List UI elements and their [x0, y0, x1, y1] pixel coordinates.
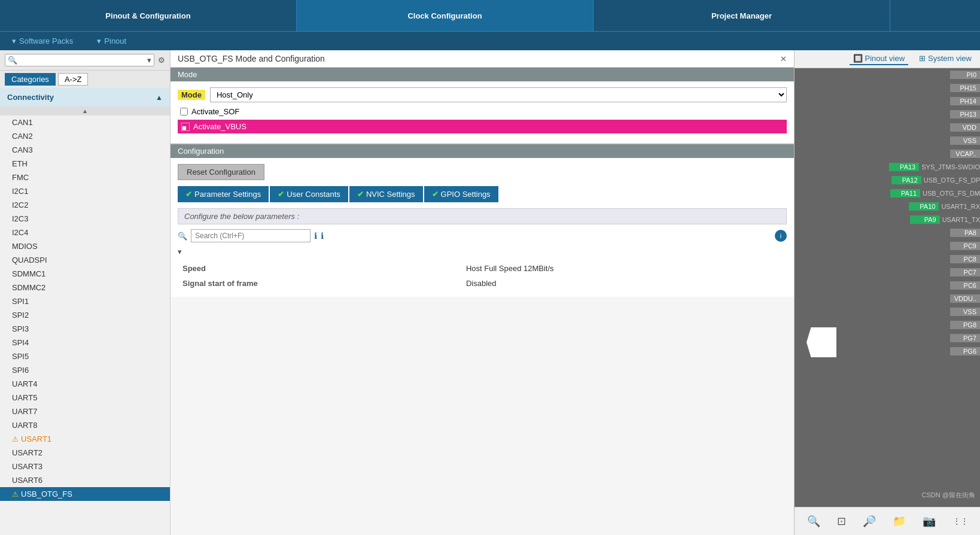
pin-label-pc7: PC7: [950, 268, 980, 276]
config-section-header: Configuration: [171, 144, 794, 158]
pin-label-pa12: PA12: [891, 176, 921, 184]
sidebar-item-usart1[interactable]: ⚠ USART1: [0, 432, 170, 446]
info-button[interactable]: i: [775, 230, 787, 242]
pin-label-pa13: PA13: [889, 163, 919, 171]
zoom-out-button[interactable]: 🔎: [860, 512, 878, 530]
pin-label-pg7: PG7: [950, 334, 980, 342]
activate-sof-checkbox[interactable]: [180, 108, 188, 115]
sidebar-item-i2c1[interactable]: I2C1: [0, 184, 170, 198]
param-search-input[interactable]: [191, 229, 311, 242]
chevron-down-icon: ▾: [97, 37, 101, 45]
sidebar-item-spi6[interactable]: SPI6: [0, 363, 170, 377]
tab-tools[interactable]: [890, 0, 980, 31]
camera-button[interactable]: 📷: [920, 512, 938, 530]
sidebar-item-sdmmc2[interactable]: SDMMC2: [0, 281, 170, 294]
tab-user-constants[interactable]: ✔ User Constants: [270, 186, 348, 202]
category-connectivity[interactable]: Connectivity ▲: [0, 88, 170, 107]
sidebar-item-fmc[interactable]: FMC: [0, 171, 170, 184]
info-icon-2[interactable]: ℹ: [321, 231, 324, 241]
pin-ph15: PH15: [908, 81, 980, 95]
subnav-pinout[interactable]: ▾ Pinout: [85, 32, 138, 50]
pin-ph13: PH13: [908, 108, 980, 121]
fit-button[interactable]: ⊡: [835, 512, 848, 530]
mode-row: Mode Host_Only: [178, 87, 787, 102]
pin-ph14: PH14: [908, 95, 980, 108]
chevron-down-icon: ▾: [12, 37, 16, 45]
param-search-row: 🔍 ℹ ℹ i: [178, 229, 787, 242]
sidebar-item-quadspi[interactable]: QUADSPI: [0, 253, 170, 267]
pin-label-pi0: PI0: [950, 71, 980, 79]
pin-vdd: VDD: [908, 121, 980, 134]
grid-button[interactable]: ⋮⋮: [950, 514, 970, 528]
tab-nvic-settings[interactable]: ✔ NVIC Settings: [349, 186, 423, 202]
sidebar-item-spi5[interactable]: SPI5: [0, 349, 170, 363]
sidebar-item-eth[interactable]: ETH: [0, 157, 170, 171]
export-button[interactable]: 📁: [890, 512, 908, 530]
panel-title: USB_OTG_FS Mode and Configuration: [178, 54, 325, 63]
system-view-button[interactable]: ⊞ System view: [915, 53, 975, 65]
close-icon[interactable]: ✕: [780, 54, 787, 63]
sidebar-item-spi3[interactable]: SPI3: [0, 322, 170, 336]
tab-categories[interactable]: Categories: [5, 73, 56, 86]
pin-vddu: VDDU..: [908, 292, 980, 305]
pin-label-ph13: PH13: [950, 110, 980, 118]
pin-label-ph14: PH14: [950, 97, 980, 105]
sidebar-item-usb-otg-fs[interactable]: ⚠ USB_OTG_FS: [0, 487, 170, 501]
sidebar-item-sdmmc1[interactable]: SDMMC1: [0, 267, 170, 281]
pin-signal-pa13: SYS_JTMS-SWDIO: [921, 163, 980, 171]
mode-select[interactable]: Host_Only: [210, 87, 787, 102]
sidebar-item-uart5[interactable]: UART5: [0, 391, 170, 405]
sidebar-item-mdios[interactable]: MDIOS: [0, 239, 170, 253]
chevron-up-icon: ▲: [156, 93, 163, 102]
panel-title-bar: USB_OTG_FS Mode and Configuration ✕: [171, 50, 794, 68]
scroll-up-icon[interactable]: ▲: [82, 108, 88, 114]
sidebar-item-i2c3[interactable]: I2C3: [0, 212, 170, 226]
bottom-toolbar: 🔍 ⊡ 🔎 📁 📷 ⋮⋮: [795, 507, 980, 535]
sidebar-item-uart7[interactable]: UART7: [0, 405, 170, 418]
pin-label-vdd: VDD: [950, 123, 980, 132]
sidebar-item-usart6[interactable]: USART6: [0, 473, 170, 487]
subnav-software-packs[interactable]: ▾ Software Packs: [0, 32, 85, 50]
zoom-in-button[interactable]: 🔍: [805, 512, 823, 530]
gear-icon[interactable]: ⚙: [158, 56, 165, 65]
sidebar-item-spi1[interactable]: SPI1: [0, 294, 170, 308]
tab-gpio-settings[interactable]: ✔ GPIO Settings: [424, 186, 498, 202]
sidebar-item-spi4[interactable]: SPI4: [0, 336, 170, 349]
param-value-speed: Host Full Speed 12MBit/s: [461, 261, 787, 276]
info-icon-1[interactable]: ℹ: [314, 231, 317, 241]
sidebar-item-usart3[interactable]: USART3: [0, 460, 170, 473]
pin-pg6: PG6: [908, 345, 980, 358]
pin-pg8: PG8: [908, 318, 980, 332]
sidebar-item-spi2[interactable]: SPI2: [0, 308, 170, 322]
tab-project-manager[interactable]: Project Manager: [594, 0, 890, 31]
activate-vbus-checkbox[interactable]: ■: [181, 123, 190, 131]
pinout-toolbar: 🔲 Pinout view ⊞ System view: [795, 50, 980, 68]
sidebar-item-can2[interactable]: CAN2: [0, 129, 170, 143]
pin-vcap: VCAP..: [908, 147, 980, 160]
configure-note: Configure the below parameters :: [178, 208, 787, 224]
param-collapse-arrow[interactable]: ▾: [178, 247, 182, 256]
pin-pc8: PC8: [908, 253, 980, 266]
pin-label-pc6: PC6: [950, 281, 980, 290]
pin-pa10: PA10 USART1_RX: [908, 200, 980, 213]
tab-clock-configuration[interactable]: Clock Configuration: [297, 0, 594, 31]
reset-configuration-button[interactable]: Reset Configuration: [178, 164, 264, 180]
pinout-view-button[interactable]: 🔲 Pinout view: [850, 53, 908, 65]
mode-section: Mode Host_Only Activate_SOF ■ Activate_V…: [171, 81, 794, 144]
sidebar-item-can1[interactable]: CAN1: [0, 115, 170, 129]
sidebar-item-usart2[interactable]: USART2: [0, 446, 170, 460]
sidebar-item-i2c4[interactable]: I2C4: [0, 226, 170, 239]
sidebar-item-uart8[interactable]: UART8: [0, 418, 170, 432]
tab-atoz[interactable]: A->Z: [58, 73, 89, 86]
sidebar-item-i2c2[interactable]: I2C2: [0, 198, 170, 212]
dropdown-arrow-icon[interactable]: ▾: [147, 56, 151, 65]
pin-label-pa11: PA11: [890, 189, 920, 197]
tab-parameter-settings[interactable]: ✔ Parameter Settings: [178, 186, 269, 202]
check-icon: ✔: [185, 190, 192, 199]
tab-pinout-configuration[interactable]: Pinout & Configuration: [0, 0, 297, 31]
search-input[interactable]: [19, 56, 147, 65]
sidebar-item-can3[interactable]: CAN3: [0, 143, 170, 157]
sidebar-item-uart4[interactable]: UART4: [0, 377, 170, 391]
pin-label-vss: VSS: [950, 136, 980, 145]
sub-navigation: ▾ Software Packs ▾ Pinout: [0, 31, 980, 50]
